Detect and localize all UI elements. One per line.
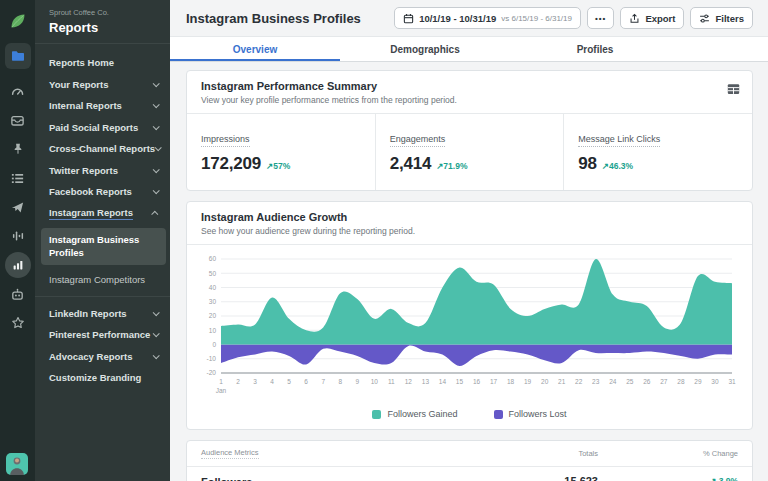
filters-button[interactable]: Filters xyxy=(690,7,753,29)
metric-value: 98 xyxy=(578,154,597,174)
metric-change: ↗71.9% xyxy=(436,161,467,171)
chevron-down-icon xyxy=(153,102,160,109)
svg-text:15: 15 xyxy=(456,378,464,385)
chevron-up-icon xyxy=(151,210,158,217)
sidebar-item-linkedin-reports[interactable]: LinkedIn Reports xyxy=(35,303,170,325)
inbox-icon[interactable] xyxy=(5,107,31,133)
svg-text:30: 30 xyxy=(209,298,217,305)
star-badge-icon[interactable] xyxy=(5,310,31,336)
tab-demographics[interactable]: Demographics xyxy=(340,37,510,61)
app-window: Sprout Coffee Co. Reports Reports Home Y… xyxy=(0,0,768,481)
legend-followers-gained[interactable]: Followers Gained xyxy=(372,409,457,419)
sidebar-item-internal-reports[interactable]: Internal Reports xyxy=(35,95,170,117)
svg-text:19: 19 xyxy=(524,378,532,385)
metric-label[interactable]: Message Link Clicks xyxy=(578,134,660,147)
gained-swatch-icon xyxy=(372,410,381,419)
lost-swatch-icon xyxy=(494,410,503,419)
sidebar-item-instagram-competitors[interactable]: Instagram Competitors xyxy=(35,269,170,291)
date-range-value: 10/1/19 - 10/31/19 xyxy=(419,13,496,24)
svg-text:26: 26 xyxy=(643,378,651,385)
sidebar-header: Sprout Coffee Co. Reports xyxy=(35,0,170,44)
pin-icon[interactable] xyxy=(5,136,31,162)
svg-text:40: 40 xyxy=(209,284,217,291)
export-button[interactable]: Export xyxy=(620,7,684,29)
calendar-icon xyxy=(403,13,414,24)
svg-text:10: 10 xyxy=(371,378,379,385)
org-name: Sprout Coffee Co. xyxy=(49,8,158,17)
summary-title: Instagram Performance Summary xyxy=(201,80,738,92)
svg-text:16: 16 xyxy=(473,378,481,385)
svg-text:8: 8 xyxy=(338,378,342,385)
sidebar-item-customize-branding[interactable]: Customize Branding xyxy=(35,367,170,389)
svg-text:20: 20 xyxy=(541,378,549,385)
svg-text:7: 7 xyxy=(321,378,325,385)
sidebar-item-instagram-reports[interactable]: Instagram Reports xyxy=(35,203,170,225)
svg-text:14: 14 xyxy=(439,378,447,385)
performance-summary-card: Instagram Performance Summary View your … xyxy=(186,70,753,191)
sidebar-item-reports-home[interactable]: Reports Home xyxy=(35,52,170,74)
audience-growth-card: Instagram Audience Growth See how your a… xyxy=(186,201,753,430)
sidebar-item-facebook-reports[interactable]: Facebook Reports xyxy=(35,181,170,203)
growth-subtitle: See how your audience grew during the re… xyxy=(201,226,738,236)
bar-chart-icon[interactable] xyxy=(5,252,31,278)
date-range-picker[interactable]: 10/1/19 - 10/31/19 vs 6/15/19 - 6/31/19 xyxy=(394,7,581,29)
svg-text:28: 28 xyxy=(677,378,685,385)
audio-levels-icon[interactable] xyxy=(5,223,31,249)
metric-label[interactable]: Engagements xyxy=(390,134,446,147)
table-view-icon[interactable] xyxy=(727,81,740,99)
tab-overview[interactable]: Overview xyxy=(170,37,340,61)
chevron-down-icon xyxy=(153,331,160,338)
metric-change: ↗57% xyxy=(266,161,290,171)
svg-text:30: 30 xyxy=(711,378,719,385)
growth-title: Instagram Audience Growth xyxy=(201,211,738,223)
col-audience-metrics[interactable]: Audience Metrics xyxy=(201,448,259,459)
more-options-button[interactable]: ••• xyxy=(587,7,614,29)
chevron-down-icon xyxy=(155,145,162,152)
svg-text:11: 11 xyxy=(388,378,395,385)
row-metric-label[interactable]: Followers xyxy=(201,476,252,481)
list-icon[interactable] xyxy=(5,165,31,191)
svg-text:31: 31 xyxy=(728,378,736,385)
legend-followers-lost[interactable]: Followers Lost xyxy=(494,409,567,419)
chart-legend: Followers Gained Followers Lost xyxy=(187,405,752,429)
paper-plane-icon[interactable] xyxy=(5,194,31,220)
svg-text:-10: -10 xyxy=(207,355,217,362)
tab-profiles[interactable]: Profiles xyxy=(510,37,680,61)
svg-text:24: 24 xyxy=(609,378,617,385)
svg-text:60: 60 xyxy=(209,255,217,262)
bot-icon[interactable] xyxy=(5,281,31,307)
audience-metrics-card: Audience Metrics Totals % Change Followe… xyxy=(186,440,753,481)
sidebar-title: Reports xyxy=(49,20,158,35)
audience-growth-chart[interactable]: 6050403020100-10-20123456789101112131415… xyxy=(201,253,738,397)
row-change: ↗ 3.9% xyxy=(598,476,738,481)
sidebar-item-advocacy-reports[interactable]: Advocacy Reports xyxy=(35,346,170,368)
user-avatar[interactable] xyxy=(6,453,28,475)
svg-text:3: 3 xyxy=(253,378,257,385)
svg-text:1: 1 xyxy=(219,378,223,385)
svg-text:27: 27 xyxy=(660,378,668,385)
chevron-down-icon xyxy=(153,123,160,130)
ellipsis-icon: ••• xyxy=(595,14,606,23)
svg-text:50: 50 xyxy=(209,270,217,277)
svg-text:17: 17 xyxy=(490,378,498,385)
sidebar-item-twitter-reports[interactable]: Twitter Reports xyxy=(35,160,170,182)
svg-text:4: 4 xyxy=(270,378,274,385)
svg-text:23: 23 xyxy=(592,378,600,385)
chevron-down-icon xyxy=(153,166,160,173)
folder-icon[interactable] xyxy=(5,43,31,69)
svg-text:10: 10 xyxy=(209,327,217,334)
table-header-row: Audience Metrics Totals % Change xyxy=(187,441,752,467)
summary-subtitle: View your key profile performance metric… xyxy=(201,95,738,105)
metric-message-link-clicks: Message Link Clicks 98 ↗46.3% xyxy=(564,114,752,190)
sidebar-item-paid-social-reports[interactable]: Paid Social Reports xyxy=(35,117,170,139)
svg-text:25: 25 xyxy=(626,378,634,385)
gauge-icon[interactable] xyxy=(5,78,31,104)
sidebar-item-your-reports[interactable]: Your Reports xyxy=(35,74,170,96)
svg-text:12: 12 xyxy=(405,378,413,385)
sidebar-item-instagram-business-profiles[interactable]: Instagram Business Profiles xyxy=(41,228,166,265)
metric-engagements: Engagements 2,414 ↗71.9% xyxy=(376,114,565,190)
sprout-logo-icon[interactable] xyxy=(5,8,31,34)
sidebar-item-cross-channel-reports[interactable]: Cross-Channel Reports xyxy=(35,138,170,160)
sidebar-item-pinterest-performance[interactable]: Pinterest Performance xyxy=(35,324,170,346)
metric-label[interactable]: Impressions xyxy=(201,134,250,147)
